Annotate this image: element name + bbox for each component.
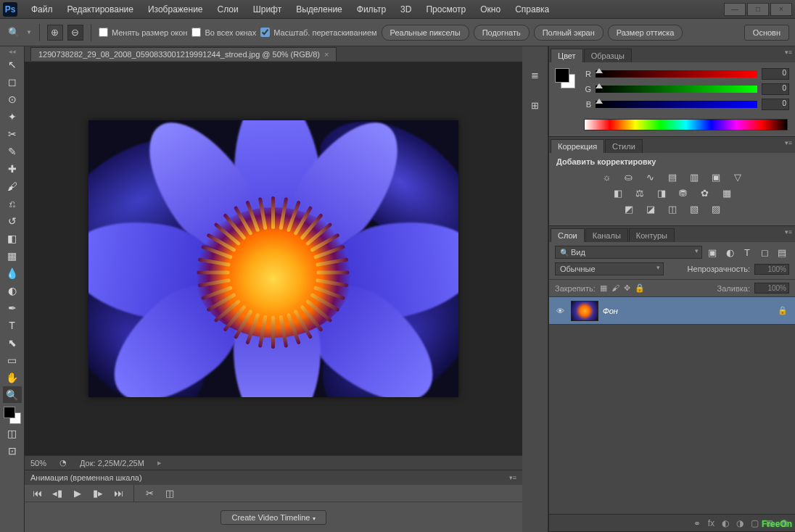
resize-windows-checkbox[interactable]: Менять размер окон: [99, 28, 188, 37]
levels-icon[interactable]: ⛀: [622, 170, 636, 183]
link-layers-icon[interactable]: ⚭: [693, 518, 701, 528]
doc-info-arrow-icon[interactable]: ▸: [157, 458, 162, 467]
brightness-icon[interactable]: ☼: [600, 170, 614, 183]
filter-type-icon[interactable]: T: [740, 246, 754, 259]
lock-image-icon[interactable]: 🖌: [611, 283, 619, 293]
filter-smart-icon[interactable]: ▤: [775, 246, 789, 259]
adj4-icon[interactable]: ▧: [687, 202, 701, 215]
color-balance-icon[interactable]: ▽: [730, 170, 745, 183]
workspace-switcher[interactable]: Основн: [744, 25, 789, 41]
tab-styles[interactable]: Стили: [605, 139, 643, 153]
b-value[interactable]: 0: [762, 99, 789, 110]
blur-tool[interactable]: 💧: [3, 265, 22, 281]
close-button[interactable]: ×: [770, 3, 792, 16]
hue-icon[interactable]: ▣: [709, 170, 723, 183]
blend-mode-dropdown[interactable]: Обычные: [555, 262, 664, 275]
vibrance-icon[interactable]: ▥: [687, 170, 701, 183]
tl-last-frame-icon[interactable]: ⏭: [110, 486, 126, 502]
curves-icon[interactable]: ∿: [643, 170, 658, 183]
scrubby-zoom-checkbox[interactable]: Масштаб. перетаскиванием: [260, 28, 376, 37]
eraser-tool[interactable]: ◧: [3, 230, 22, 246]
adj5-icon[interactable]: ▨: [709, 202, 723, 215]
lock-transparent-icon[interactable]: ▦: [600, 283, 607, 293]
panel-menu-icon[interactable]: ▾≡: [509, 474, 516, 481]
exposure-icon[interactable]: ▤: [665, 170, 680, 183]
eyedropper-tool[interactable]: ✎: [3, 143, 22, 159]
new-fill-adj-icon[interactable]: ◑: [736, 518, 743, 528]
foreground-color[interactable]: [4, 407, 15, 418]
tab-channels[interactable]: Каналы: [585, 228, 628, 242]
menu-view[interactable]: Просмотр: [419, 2, 472, 17]
zoom-tool[interactable]: 🔍: [3, 386, 22, 403]
clone-stamp-tool[interactable]: ⎌: [3, 195, 22, 212]
zoom-out-icon[interactable]: ⊖: [67, 25, 83, 41]
fit-screen-button[interactable]: Подогнать: [474, 25, 530, 41]
menu-3d[interactable]: 3D: [394, 2, 418, 17]
document-tab[interactable]: 1290738282_29_08_2008_059083300121999124…: [30, 47, 337, 61]
lasso-tool[interactable]: ⊙: [3, 91, 22, 107]
bw-icon[interactable]: ◧: [611, 186, 625, 199]
layer-mask-icon[interactable]: ◐: [722, 518, 729, 528]
tl-next-frame-icon[interactable]: ▮▸: [90, 486, 106, 502]
tl-play-icon[interactable]: ▶: [70, 486, 86, 502]
zoom-tool-icon[interactable]: 🔍: [6, 25, 22, 41]
visibility-toggle-icon[interactable]: 👁: [553, 307, 567, 315]
tl-first-frame-icon[interactable]: ⏮: [29, 486, 45, 502]
filter-adj-icon[interactable]: ◐: [722, 246, 737, 259]
layer-fx-icon[interactable]: fx: [708, 518, 714, 528]
history-brush-tool[interactable]: ↺: [3, 212, 22, 229]
close-tab-icon[interactable]: ×: [324, 50, 329, 59]
tab-color[interactable]: Цвет: [551, 49, 583, 62]
shape-tool[interactable]: ▭: [3, 352, 22, 368]
menu-filter[interactable]: Фильтр: [350, 2, 392, 17]
maximize-button[interactable]: □: [747, 3, 769, 16]
menu-file[interactable]: Файл: [25, 2, 59, 17]
crop-tool[interactable]: ✂: [3, 125, 22, 142]
r-slider[interactable]: [596, 70, 757, 78]
type-tool[interactable]: T: [3, 317, 22, 333]
r-value[interactable]: 0: [762, 68, 789, 80]
layer-thumbnail[interactable]: [571, 301, 598, 321]
menu-image[interactable]: Изображение: [141, 2, 210, 17]
opacity-input[interactable]: 100%: [754, 264, 789, 275]
menu-help[interactable]: Справка: [508, 2, 556, 17]
zoom-level[interactable]: 50%: [30, 459, 46, 467]
b-slider[interactable]: [596, 101, 757, 108]
create-video-timeline-button[interactable]: Create Video Timeline ▾: [221, 510, 326, 525]
menu-window[interactable]: Окно: [474, 2, 507, 17]
invert-icon[interactable]: ✿: [698, 186, 712, 199]
gradient-tool[interactable]: ▦: [3, 247, 22, 264]
properties-panel-icon[interactable]: ⊞: [527, 97, 543, 113]
tl-transition-icon[interactable]: ◫: [162, 486, 178, 502]
menu-type[interactable]: Шрифт: [247, 2, 288, 17]
marquee-tool[interactable]: ◻: [3, 73, 22, 90]
filter-pixel-icon[interactable]: ▣: [705, 246, 720, 259]
toolbox-collapse-icon[interactable]: ◂◂: [0, 48, 24, 55]
print-size-button[interactable]: Размер оттиска: [608, 25, 683, 41]
gradient-map-icon[interactable]: ◪: [643, 202, 658, 215]
hand-tool[interactable]: ✋: [3, 369, 22, 386]
all-windows-checkbox[interactable]: Во всех окнах: [191, 28, 256, 37]
threshold-icon[interactable]: ◩: [622, 202, 636, 215]
panel-menu-icon[interactable]: ▾≡: [785, 139, 792, 146]
path-select-tool[interactable]: ⬉: [3, 334, 22, 351]
full-screen-button[interactable]: Полный экран: [534, 25, 604, 41]
layer-row[interactable]: 👁 Фон 🔒: [549, 297, 795, 325]
tab-adjustments[interactable]: Коррекция: [551, 139, 604, 153]
lock-position-icon[interactable]: ✥: [624, 283, 630, 293]
tab-paths[interactable]: Контуры: [629, 228, 675, 242]
move-tool[interactable]: ↖: [3, 56, 22, 72]
actual-pixels-button[interactable]: Реальные пикселы: [382, 25, 469, 41]
dodge-tool[interactable]: ◐: [3, 282, 22, 299]
lock-all-icon[interactable]: 🔒: [635, 283, 645, 293]
canvas[interactable]: [25, 62, 522, 455]
history-panel-icon[interactable]: ≣: [527, 67, 543, 83]
minimize-button[interactable]: —: [724, 3, 746, 16]
healing-brush-tool[interactable]: ✚: [3, 160, 22, 177]
screen-mode-icon[interactable]: ⊡: [3, 442, 22, 459]
layer-filter-type[interactable]: 🔍Вид: [555, 246, 702, 259]
pen-tool[interactable]: ✒: [3, 299, 22, 316]
layer-name[interactable]: Фон: [603, 307, 773, 315]
magic-wand-tool[interactable]: ✦: [3, 108, 22, 125]
color-lookup-icon[interactable]: ⛃: [676, 186, 691, 199]
